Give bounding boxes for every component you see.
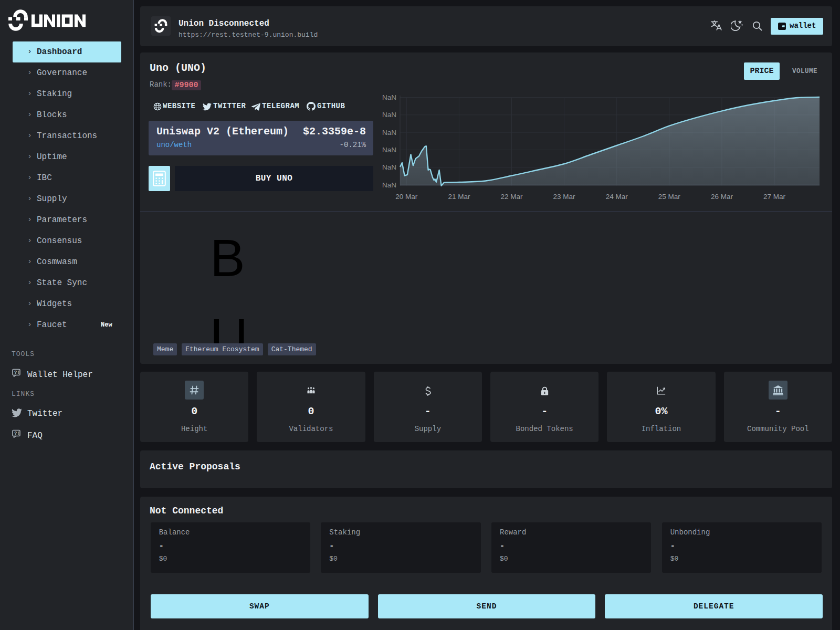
svg-text:NaN: NaN (382, 129, 396, 136)
svg-text:?!: ?! (14, 431, 20, 436)
svg-text:NaN: NaN (382, 163, 396, 171)
svg-text:NaN: NaN (382, 146, 396, 154)
svg-text:26 Mar: 26 Mar (711, 193, 733, 201)
svg-text:25 Mar: 25 Mar (658, 193, 681, 201)
svg-text:?!: ?! (14, 370, 20, 375)
svg-text:20 Mar: 20 Mar (395, 193, 418, 201)
svg-text:NaN: NaN (382, 111, 396, 119)
svg-text:21 Mar: 21 Mar (448, 193, 470, 201)
svg-text:22 Mar: 22 Mar (500, 193, 523, 201)
svg-text:27 Mar: 27 Mar (763, 193, 786, 201)
svg-text:23 Mar: 23 Mar (553, 193, 576, 201)
svg-text:NaN: NaN (382, 181, 396, 189)
svg-text:24 Mar: 24 Mar (606, 193, 628, 201)
svg-text:NaN: NaN (382, 93, 396, 101)
